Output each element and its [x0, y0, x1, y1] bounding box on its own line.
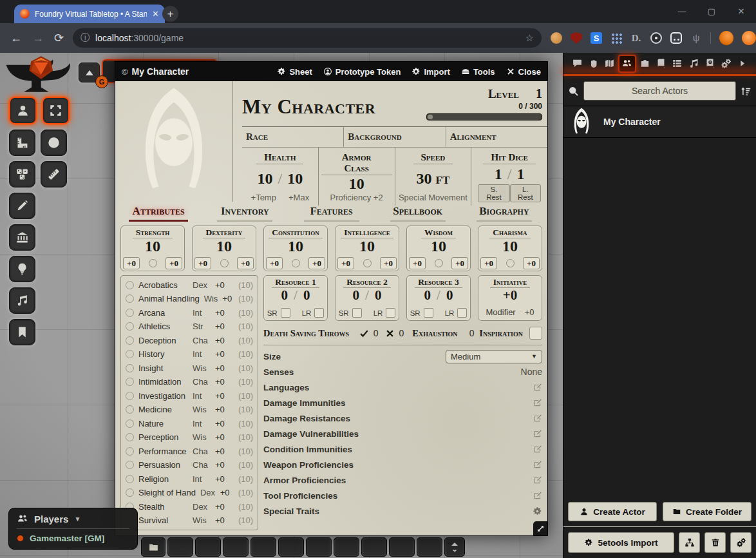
edit-icon[interactable] — [533, 445, 542, 454]
speed-stat[interactable]: Speed 30 ft Special Movement — [395, 148, 472, 206]
drawing-tools-button[interactable] — [9, 193, 35, 219]
settings-button[interactable] — [730, 532, 751, 553]
notes-controls-button[interactable] — [9, 319, 35, 345]
character-portrait[interactable] — [115, 81, 233, 202]
tab-close-icon[interactable]: ✕ — [152, 10, 159, 18]
health-stat[interactable]: Health 10/10 +Temp+Max — [242, 148, 319, 206]
tab-tables[interactable] — [670, 56, 685, 72]
ability-save[interactable]: +0 — [337, 257, 354, 269]
armor-class-stat[interactable]: Armor Class 10 Proficiency +2 — [319, 148, 395, 206]
edit-icon[interactable] — [533, 491, 542, 500]
macro-slot[interactable] — [417, 537, 442, 557]
skill-row[interactable]: History Int +0 (10) — [126, 347, 253, 361]
actor-list-item[interactable]: My Character — [563, 106, 756, 138]
macro-slot[interactable] — [223, 537, 249, 557]
skill-proficiency-toggle[interactable] — [126, 392, 134, 400]
ability-block[interactable]: Intelligence 10 +0 +0 — [335, 226, 399, 271]
sheet-config-button[interactable]: Sheet — [277, 67, 312, 77]
browser-tab[interactable]: Foundry Virtual Tabletop • A Stan ✕ — [14, 5, 165, 23]
macro-slot[interactable] — [278, 537, 304, 557]
tab-chat[interactable] — [569, 56, 585, 72]
sound-controls-button[interactable] — [9, 287, 35, 314]
ability-save[interactable]: +0 — [194, 257, 211, 269]
measure-distance-button[interactable] — [41, 161, 67, 188]
macro-slot[interactable] — [361, 537, 387, 557]
size-select[interactable]: Medium ▼ — [446, 350, 542, 363]
ability-name[interactable]: Intelligence — [341, 227, 393, 238]
skill-row[interactable]: Investigation Int +0 (10) — [126, 389, 253, 403]
ability-save[interactable]: +0 — [266, 257, 283, 269]
sheet-tab[interactable]: Biography — [461, 205, 547, 222]
search-input[interactable] — [583, 81, 736, 101]
tab-scenes[interactable] — [602, 56, 618, 72]
ability-save[interactable]: +0 — [123, 257, 140, 269]
template-controls-button[interactable] — [41, 130, 67, 156]
bookmark-star-icon[interactable]: ☆ — [525, 32, 534, 44]
chevron-down-icon[interactable]: ⌄ — [451, 546, 457, 552]
tab-playlists[interactable] — [686, 56, 701, 72]
sheet-tab[interactable]: Features — [288, 205, 374, 222]
edit-icon[interactable] — [533, 414, 542, 423]
create-folder-button[interactable]: Create Folder — [663, 502, 751, 521]
macro-slot[interactable] — [306, 537, 332, 557]
proficiency-toggle[interactable] — [220, 259, 229, 267]
gear-icon[interactable] — [533, 506, 542, 516]
skill-row[interactable]: Religion Int +0 (10) — [126, 472, 253, 486]
5etools-import-button[interactable]: 5etools Import — [568, 532, 674, 553]
skill-row[interactable]: Sleight of Hand Dex +0 (10) — [126, 486, 253, 499]
d-extension-icon[interactable]: D. — [630, 32, 642, 44]
url-bar[interactable]: ⓘ localhost:30000/game ☆ — [73, 28, 542, 48]
camera-extension-icon[interactable] — [650, 32, 662, 44]
skill-row[interactable]: Insight Wis +0 (10) — [126, 361, 253, 375]
proficiency-toggle[interactable] — [506, 259, 515, 267]
sheet-tab[interactable]: Spellbook — [375, 205, 461, 222]
walls-tools-button[interactable] — [9, 224, 35, 251]
skill-row[interactable]: Intimidation Cha +0 (10) — [126, 375, 253, 389]
long-rest-checkbox[interactable] — [457, 308, 467, 318]
max-hp-toggle[interactable]: +Max — [288, 193, 309, 202]
foundry-logo[interactable] — [4, 55, 75, 97]
folder-tree-button[interactable] — [679, 532, 700, 553]
character-name[interactable]: My Character — [242, 97, 375, 117]
window-resize-handle[interactable] — [533, 521, 547, 535]
tab-compendium[interactable] — [702, 56, 717, 72]
ability-score[interactable]: 10 — [216, 238, 232, 255]
browser-profile-icon[interactable] — [742, 31, 756, 45]
lighting-controls-button[interactable] — [9, 256, 35, 282]
macro-slot[interactable] — [334, 537, 359, 557]
ability-name[interactable]: Wisdom — [421, 227, 456, 238]
skill-row[interactable]: Perception Wis +0 (10) — [126, 430, 253, 444]
skill-row[interactable]: Persuasion Cha +0 (10) — [126, 458, 253, 472]
skill-proficiency-toggle[interactable] — [126, 405, 134, 414]
edit-icon[interactable] — [533, 429, 542, 438]
ability-score[interactable]: 10 — [145, 238, 160, 255]
token-controls-button[interactable] — [9, 97, 37, 124]
proficiency-toggle[interactable] — [149, 259, 157, 267]
ability-block[interactable]: Charisma 10 +0 +0 — [478, 226, 542, 271]
ublock-extension-icon[interactable] — [571, 32, 582, 44]
skill-row[interactable]: Acrobatics Dex +0 (10) — [126, 278, 253, 292]
ability-mod[interactable]: +0 — [165, 257, 182, 269]
tools-button[interactable]: Tools — [461, 67, 495, 77]
xp-text[interactable]: 0 / 300 — [426, 102, 542, 111]
skill-row[interactable]: Medicine Wis +0 (10) — [126, 403, 253, 416]
hotbar-page-toggle[interactable]: ⌄ — [444, 537, 465, 557]
character-field[interactable]: Background — [344, 127, 446, 147]
actor-name[interactable]: My Character — [603, 117, 661, 127]
measure-controls-button[interactable] — [9, 130, 35, 156]
resource-block[interactable]: Resource 1 0/0 SRLR — [263, 275, 328, 321]
container-extension-icon[interactable] — [670, 32, 682, 44]
skill-proficiency-toggle[interactable] — [126, 281, 134, 289]
sidebar-collapse-icon[interactable] — [735, 56, 750, 72]
short-rest-checkbox[interactable] — [281, 308, 290, 318]
s-extension-icon[interactable]: S — [591, 32, 602, 44]
ability-block[interactable]: Wisdom 10 +0 +0 — [406, 226, 471, 271]
actor-avatar[interactable] — [567, 108, 596, 136]
select-targets-button[interactable] — [42, 97, 70, 124]
ability-block[interactable]: Constitution 10 +0 +0 — [263, 226, 328, 271]
fork-extension-icon[interactable]: ψ — [690, 32, 702, 44]
tab-actors[interactable] — [618, 55, 636, 73]
tab-items[interactable] — [637, 56, 652, 72]
macro-slot[interactable] — [167, 537, 193, 557]
reload-icon[interactable]: ⟳ — [54, 31, 64, 45]
